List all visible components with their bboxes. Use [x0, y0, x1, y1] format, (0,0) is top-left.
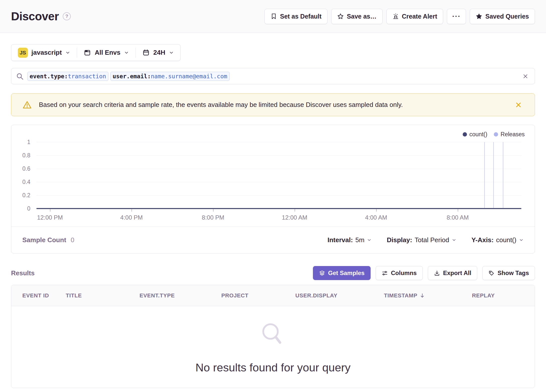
column-header-replay[interactable]: REPLAY [472, 285, 495, 306]
column-header-project[interactable]: PROJECT [221, 285, 248, 306]
x-axis-tick: 12:00 AM [272, 214, 317, 221]
display-value: Total Period [415, 236, 449, 244]
project-filter-dropdown[interactable]: JS javascript [11, 48, 77, 58]
x-axis-tickmark [50, 209, 50, 212]
column-label: TIMESTAMP [384, 292, 417, 299]
chevron-down-icon [169, 50, 174, 55]
gridline [36, 182, 521, 182]
display-label: Display: [387, 236, 412, 244]
calendar-icon [142, 49, 150, 56]
set-as-default-button[interactable]: Set as Default [264, 9, 327, 24]
set-as-default-label: Set as Default [280, 13, 321, 20]
chart-plot-area: 12:00 PM 4:00 PM 8:00 PM 12:00 AM 4:00 A… [36, 142, 521, 209]
get-samples-button[interactable]: Get Samples [313, 266, 371, 280]
chart-legend: count() Releases [463, 131, 525, 138]
more-actions-button[interactable]: ··· [447, 9, 466, 24]
download-icon [434, 270, 440, 276]
x-axis-tick: 12:00 PM [27, 214, 73, 221]
page-title: Discover [11, 10, 59, 23]
column-header-timestamp[interactable]: TIMESTAMP [384, 285, 425, 306]
search-input[interactable]: event.type:transaction user.email:name.s… [11, 68, 535, 84]
y-axis-tick: 1 [11, 139, 30, 146]
banner-close-icon[interactable] [513, 100, 524, 110]
x-axis-tickmark [458, 209, 458, 212]
interval-value: 5m [355, 236, 364, 244]
results-heading: Results [11, 269, 35, 277]
export-all-button[interactable]: Export All [428, 266, 477, 280]
search-clear-button[interactable] [521, 72, 530, 81]
export-all-label: Export All [443, 270, 471, 277]
show-tags-label: Show Tags [498, 270, 529, 277]
environment-filter-dropdown[interactable]: All Envs [77, 49, 135, 56]
column-label: REPLAY [472, 292, 495, 299]
help-icon[interactable]: ? [63, 12, 71, 20]
results-actions: Get Samples Columns Export All Show Tags [313, 266, 535, 280]
columns-button[interactable]: Columns [376, 266, 423, 280]
x-axis-tick: 4:00 PM [109, 214, 154, 221]
column-header-title[interactable]: TITLE [66, 285, 82, 306]
warning-triangle-icon [22, 100, 32, 110]
x-axis-tickmark [295, 209, 295, 212]
interval-dropdown[interactable]: Interval: 5m [327, 236, 372, 244]
search-token-user-email[interactable]: user.email:name.surname@email.com [110, 72, 230, 81]
column-header-user-display[interactable]: USER.DISPLAY [295, 285, 337, 306]
topbar-actions: Set as Default Save as… Create Alert ···… [264, 9, 535, 24]
column-label: EVENT ID [22, 292, 49, 299]
empty-results-message: No results found for your query [195, 361, 351, 374]
x-axis-tickmark [376, 209, 377, 212]
get-samples-label: Get Samples [328, 270, 365, 277]
saved-queries-button[interactable]: Saved Queries [470, 9, 535, 24]
column-label: TITLE [66, 292, 82, 299]
legend-item-releases[interactable]: Releases [494, 131, 525, 138]
legend-item-count[interactable]: count() [463, 131, 488, 138]
chevron-down-icon [519, 238, 524, 242]
display-dropdown[interactable]: Display: Total Period [387, 236, 456, 244]
create-alert-button[interactable]: Create Alert [386, 9, 443, 24]
legend-releases-label: Releases [501, 131, 525, 138]
bookmark-icon [270, 13, 277, 20]
gridline [36, 195, 521, 195]
time-range-dropdown[interactable]: 24H [136, 49, 180, 56]
search-token-event-type[interactable]: event.type:transaction [27, 72, 108, 81]
y-axis-tick: 0.8 [11, 152, 30, 159]
gridline [36, 142, 521, 142]
filter-bar: JS javascript All Envs 24H [11, 44, 181, 61]
legend-count-label: count() [469, 131, 488, 138]
warning-banner-text: Based on your search criteria and sample… [39, 101, 403, 109]
chevron-down-icon [367, 238, 372, 242]
interval-label: Interval: [327, 236, 353, 244]
results-empty-state: No results found for your query [11, 306, 535, 388]
y-axis-tick: 0.4 [11, 178, 30, 185]
yaxis-dropdown[interactable]: Y-Axis: count() [471, 236, 524, 244]
gridline [36, 169, 521, 169]
column-header-event-type[interactable]: EVENT.TYPE [140, 285, 175, 306]
create-alert-label: Create Alert [402, 13, 437, 20]
releases-series-dot-icon [494, 132, 498, 137]
token-value: transaction [68, 73, 106, 80]
count-series-dot-icon [463, 132, 467, 137]
save-as-button[interactable]: Save as… [331, 9, 382, 24]
sample-count-label: Sample Count [22, 236, 66, 244]
sample-count-value: 0 [71, 236, 74, 244]
chart-footer-controls: Interval: 5m Display: Total Period Y-Axi… [327, 236, 524, 244]
results-header-row: Results Get Samples Columns Export All [11, 266, 535, 280]
x-axis-tickmark [213, 209, 214, 212]
chart-footer: Sample Count 0 Interval: 5m Display: Tot… [11, 227, 535, 253]
column-label: EVENT.TYPE [140, 292, 175, 299]
x-axis-tick: 8:00 PM [190, 214, 236, 221]
tag-icon [488, 270, 495, 276]
ellipsis-icon: ··· [452, 12, 461, 20]
yaxis-label: Y-Axis: [471, 236, 494, 244]
release-marker-line [493, 142, 494, 209]
show-tags-button[interactable]: Show Tags [482, 266, 535, 280]
time-range-label: 24H [153, 49, 165, 56]
release-marker-line [484, 142, 485, 209]
sort-descending-arrow-icon [419, 293, 425, 299]
column-header-event-id[interactable]: EVENT ID [22, 285, 49, 306]
results-table: EVENT ID TITLE EVENT.TYPE PROJECT USER.D… [11, 285, 535, 388]
y-axis-tick: 0.2 [11, 192, 30, 199]
chevron-down-icon [452, 238, 456, 242]
gridline [36, 155, 521, 156]
release-marker-line [503, 142, 503, 209]
column-label: USER.DISPLAY [295, 292, 337, 299]
